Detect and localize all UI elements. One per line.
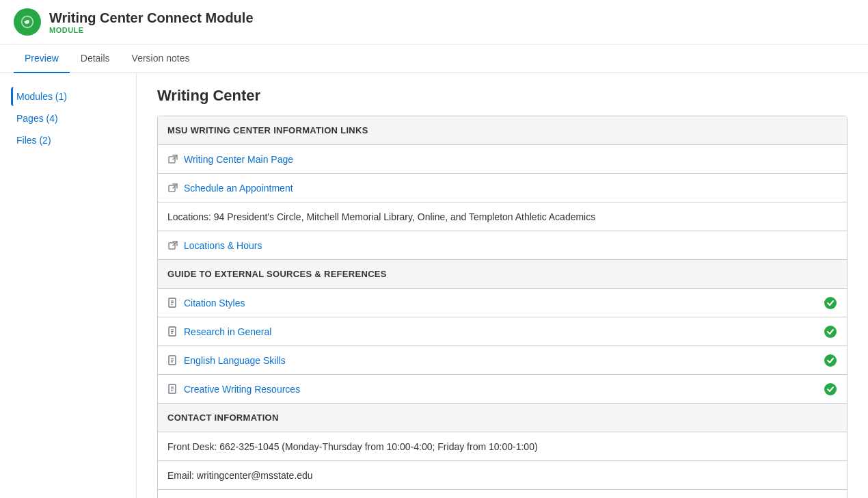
row-content: Creative Writing Resources [167, 384, 824, 395]
page-icon-research [167, 326, 178, 337]
page-title: Writing Center [157, 87, 847, 105]
svg-point-21 [824, 354, 837, 367]
sidebar-item-modules[interactable]: Modules (1) [11, 87, 125, 106]
email-text: Email: writingcenter@msstate.edu [167, 470, 313, 481]
page-icon-english [167, 355, 178, 366]
app-header: Writing Center Connect Module MODULE [0, 0, 868, 44]
app-title: Writing Center Connect Module [49, 10, 254, 26]
row-citation-styles: Citation Styles [158, 289, 847, 317]
page-icon-citation [167, 298, 178, 309]
svg-point-16 [824, 326, 837, 338]
link-research-general[interactable]: Research in General [184, 326, 271, 337]
tab-version-notes[interactable]: Version notes [121, 44, 201, 73]
sidebar-item-pages[interactable]: Pages (4) [11, 109, 125, 128]
row-email: Email: writingcenter@msstate.edu [158, 461, 847, 490]
svg-point-11 [824, 297, 837, 309]
external-link-icon-2 [167, 183, 178, 194]
logo-icon [20, 14, 35, 29]
link-citation-styles[interactable]: Citation Styles [184, 298, 245, 309]
main-layout: Modules (1) Pages (4) Files (2) Writing … [0, 73, 868, 498]
row-content: Citation Styles [167, 298, 824, 309]
row-english-language: English Language Skills [158, 346, 847, 375]
row-creative-writing: Creative Writing Resources [158, 375, 847, 404]
tabs-bar: Preview Details Version notes [0, 44, 868, 73]
row-schedule-appointment: Schedule an Appointment [158, 174, 847, 202]
section-header-msu-text: MSU WRITING CENTER INFORMATION LINKS [167, 125, 368, 135]
svg-point-26 [824, 383, 837, 395]
front-desk-text: Front Desk: 662-325-1045 (Monday-Thursda… [167, 441, 538, 452]
link-creative-writing[interactable]: Creative Writing Resources [184, 384, 300, 395]
row-content: Locations & Hours [167, 240, 837, 251]
section-header-contact-text: CONTACT INFORMATION [167, 412, 279, 423]
link-english-language[interactable]: English Language Skills [184, 355, 286, 366]
external-link-icon-3 [167, 240, 178, 251]
link-locations-hours[interactable]: Locations & Hours [184, 240, 262, 251]
row-content: Schedule an Appointment [167, 183, 837, 194]
row-locations-text: Locations: 94 President's Circle, Mitche… [158, 202, 847, 231]
app-logo [14, 8, 41, 36]
row-content: Research in General [167, 326, 824, 337]
app-subtitle: MODULE [49, 26, 254, 34]
link-schedule-appointment[interactable]: Schedule an Appointment [184, 183, 293, 194]
row-writing-center-main: Writing Center Main Page [158, 145, 847, 174]
check-icon-english [824, 354, 837, 367]
tab-preview[interactable]: Preview [14, 44, 70, 73]
section-header-guide-text: GUIDE TO EXTERNAL SOURCES & REFERENCES [167, 269, 387, 279]
row-front-desk: Front Desk: 662-325-1045 (Monday-Thursda… [158, 432, 847, 461]
locations-text: Locations: 94 President's Circle, Mitche… [167, 211, 595, 222]
link-writing-center-main[interactable]: Writing Center Main Page [184, 154, 293, 165]
page-icon-creative [167, 384, 178, 395]
check-icon-research [824, 325, 837, 339]
module-table: MSU WRITING CENTER INFORMATION LINKS Wri… [157, 116, 847, 498]
sidebar-item-files[interactable]: Files (2) [11, 131, 125, 150]
section-header-guide: GUIDE TO EXTERNAL SOURCES & REFERENCES [158, 260, 847, 289]
sidebar: Modules (1) Pages (4) Files (2) [0, 73, 137, 498]
title-group: Writing Center Connect Module MODULE [49, 10, 254, 34]
check-icon-creative [824, 382, 837, 396]
check-icon-citation [824, 296, 837, 310]
row-content: English Language Skills [167, 355, 824, 366]
section-header-msu: MSU WRITING CENTER INFORMATION LINKS [158, 116, 847, 145]
row-locations-hours: Locations & Hours [158, 231, 847, 260]
row-content: Writing Center Main Page [167, 154, 837, 165]
tab-details[interactable]: Details [70, 44, 121, 73]
row-research-general: Research in General [158, 317, 847, 346]
section-header-contact: CONTACT INFORMATION [158, 404, 847, 432]
main-content: Writing Center MSU WRITING CENTER INFORM… [137, 73, 868, 498]
external-link-icon-1 [167, 154, 178, 165]
row-instagram: Follow Us on Instagram: @msstate_writing [158, 490, 847, 498]
